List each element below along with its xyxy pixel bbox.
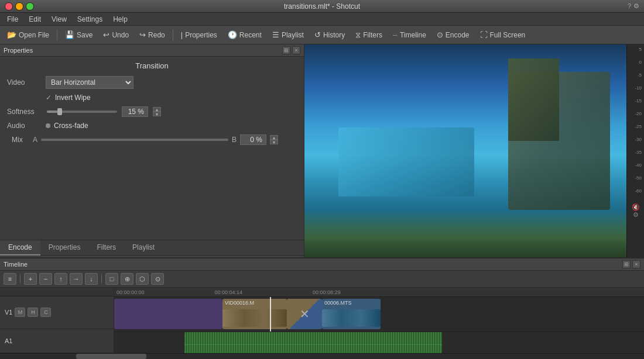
undo-button[interactable]: ↩ Undo bbox=[98, 29, 133, 41]
menu-edit[interactable]: Edit bbox=[24, 14, 46, 25]
track-area[interactable]: 00:00:00:00 00:00:04:14 00:00:08:29 VID0… bbox=[114, 288, 644, 353]
encode-label: Encode bbox=[446, 31, 470, 39]
timeline-panel: Timeline ⊞ × ≡ + − ↑ → ↓ □ ⊕ ⬡ ⊙ V1 M H … bbox=[0, 257, 644, 359]
mix-row: Mix A B 0 % ▲ ▼ bbox=[12, 134, 297, 145]
mute-icon[interactable]: 🔇 bbox=[632, 203, 640, 211]
help-icon: ? bbox=[628, 2, 631, 10]
timeline-label: Timeline bbox=[400, 31, 426, 39]
fullscreen-button[interactable]: ⛶ Full Screen bbox=[475, 29, 530, 41]
tl-ripple-btn[interactable]: ⬡ bbox=[136, 273, 149, 285]
filters-label: Filters bbox=[363, 31, 382, 39]
softness-label: Softness bbox=[7, 108, 42, 116]
tab-filters[interactable]: Filters bbox=[88, 240, 124, 256]
level-minus40: -40 bbox=[627, 163, 644, 175]
toolbar-separator-1 bbox=[57, 29, 57, 41]
scroll-thumb[interactable] bbox=[76, 354, 146, 359]
properties-button[interactable]: | Properties bbox=[176, 29, 222, 41]
mix-a-label: A bbox=[33, 136, 37, 144]
tab-encode[interactable]: Encode bbox=[0, 240, 40, 256]
timeline-float-btn[interactable]: ⊞ bbox=[622, 260, 631, 268]
tl-menu-btn[interactable]: ≡ bbox=[4, 273, 16, 285]
encode-icon: ⊙ bbox=[437, 30, 443, 39]
cross-fade-label: Cross-fade bbox=[54, 122, 88, 130]
tl-forward-btn[interactable]: → bbox=[70, 273, 83, 285]
recent-button[interactable]: 🕐 Recent bbox=[223, 29, 266, 41]
v1-mute-btn[interactable]: M bbox=[15, 308, 25, 317]
save-icon: 💾 bbox=[65, 30, 74, 39]
properties-close-btn[interactable]: × bbox=[292, 46, 300, 54]
clip-empty[interactable] bbox=[114, 299, 222, 329]
properties-float-btn[interactable]: ⊞ bbox=[282, 46, 290, 54]
undo-label: Undo bbox=[112, 31, 129, 39]
tl-add-btn[interactable]: + bbox=[24, 273, 37, 285]
mix-slider[interactable] bbox=[41, 139, 228, 141]
properties-header: Properties ⊞ × bbox=[0, 44, 304, 57]
properties-icon: | bbox=[181, 30, 183, 39]
transition-title: Transition bbox=[7, 61, 297, 70]
level-0: 0 bbox=[627, 60, 644, 73]
tab-properties[interactable]: Properties bbox=[40, 240, 89, 256]
playlist-button[interactable]: ☰ Playlist bbox=[268, 29, 309, 41]
v1-hide-btn[interactable]: H bbox=[28, 308, 38, 317]
timeline-button[interactable]: ⏤ Timeline bbox=[388, 29, 431, 41]
menu-settings[interactable]: Settings bbox=[73, 14, 107, 25]
minimize-button[interactable] bbox=[15, 2, 23, 11]
ruler-time-1: 00:00:04:14 bbox=[215, 289, 243, 295]
timeline-header: Timeline ⊞ × bbox=[0, 258, 644, 271]
playhead-line bbox=[270, 297, 271, 332]
menu-view[interactable]: View bbox=[47, 14, 71, 25]
open-file-label: Open File bbox=[19, 31, 49, 39]
timeline-close-btn[interactable]: × bbox=[632, 260, 640, 268]
tl-loop-btn[interactable]: ⊙ bbox=[151, 273, 164, 285]
filters-button[interactable]: ⧖ Filters bbox=[351, 29, 387, 42]
softness-thumb[interactable] bbox=[57, 108, 62, 115]
softness-value: 15 % bbox=[122, 106, 148, 117]
softness-slider[interactable] bbox=[47, 111, 117, 113]
toolbar: 📂 Open File 💾 Save ↩ Undo ↪ Redo | Prope… bbox=[0, 26, 644, 44]
video-label: Video bbox=[7, 78, 42, 87]
menu-help[interactable]: Help bbox=[108, 14, 132, 25]
settings-meter-icon[interactable]: ⚙ bbox=[633, 211, 639, 219]
tl-down-btn[interactable]: ↓ bbox=[85, 273, 98, 285]
ruler-time-0: 00:00:00:00 bbox=[117, 289, 145, 295]
softness-fill bbox=[47, 111, 57, 113]
maximize-button[interactable] bbox=[26, 2, 34, 11]
tl-clip-btn[interactable]: □ bbox=[105, 273, 118, 285]
softness-row: Softness 15 % ▲ ▼ bbox=[7, 106, 297, 117]
window-title: transitions.mlt* - Shotcut bbox=[284, 2, 360, 11]
open-file-button[interactable]: 📂 Open File bbox=[2, 29, 54, 41]
tab-playlist[interactable]: Playlist bbox=[124, 240, 163, 256]
mix-label: Mix bbox=[12, 136, 29, 144]
audio-row: Audio Cross-fade bbox=[7, 122, 297, 130]
encode-button[interactable]: ⊙ Encode bbox=[432, 29, 474, 41]
track-labels: V1 M H C A1 bbox=[0, 288, 114, 353]
softness-up-btn[interactable]: ▲ bbox=[153, 107, 161, 112]
tl-sep-1 bbox=[20, 274, 20, 284]
history-button[interactable]: ↺ History bbox=[310, 29, 350, 41]
save-button[interactable]: 💾 Save bbox=[60, 29, 97, 41]
redo-button[interactable]: ↪ Redo bbox=[135, 29, 170, 41]
clip-vid00016[interactable]: VID00016.M bbox=[222, 299, 287, 329]
tl-up-btn[interactable]: ↑ bbox=[54, 273, 67, 285]
level-minus30: -30 bbox=[627, 137, 644, 150]
clip-transition[interactable]: ✕ bbox=[287, 299, 322, 329]
tl-sep-2 bbox=[101, 274, 102, 284]
level-minus10: -10 bbox=[627, 85, 644, 98]
level-minus15: -15 bbox=[627, 98, 644, 111]
timeline-scrollbar[interactable] bbox=[0, 353, 644, 359]
a1-track bbox=[114, 332, 644, 353]
menu-file[interactable]: File bbox=[2, 14, 23, 25]
v1-name: V1 bbox=[5, 309, 12, 316]
mix-up-btn[interactable]: ▲ bbox=[270, 135, 278, 140]
mix-spinbtns: ▲ ▼ bbox=[270, 135, 278, 144]
softness-down-btn[interactable]: ▼ bbox=[153, 112, 161, 116]
v1-track-label: V1 M H C bbox=[0, 296, 114, 329]
video-type-select[interactable]: Bar Horizontal bbox=[46, 76, 133, 89]
close-button[interactable] bbox=[5, 2, 13, 11]
tl-remove-btn[interactable]: − bbox=[39, 273, 52, 285]
open-icon: 📂 bbox=[7, 30, 16, 39]
v1-lock-btn[interactable]: C bbox=[40, 308, 51, 317]
tl-snap-btn[interactable]: ⊕ bbox=[121, 273, 133, 285]
clip-00006mts[interactable]: 00006.MTS bbox=[322, 299, 381, 329]
mix-down-btn[interactable]: ▼ bbox=[270, 140, 278, 144]
